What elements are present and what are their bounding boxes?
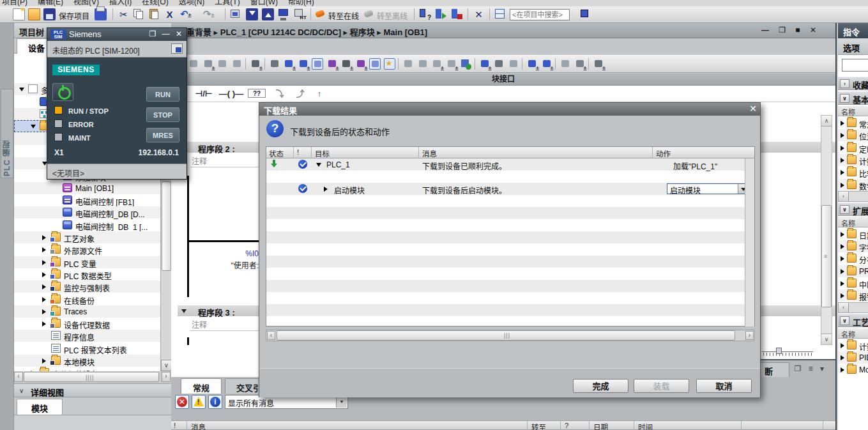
tree-item[interactable]: PLC 数据类型 — [14, 268, 160, 280]
copy-icon[interactable] — [133, 8, 145, 20]
msg-col-header[interactable]: 时间 — [638, 422, 653, 430]
editor-tool-icon[interactable] — [217, 58, 228, 70]
search-input[interactable] — [510, 9, 570, 20]
upload-from-device-icon[interactable] — [262, 8, 274, 20]
editor-tool-icon[interactable] — [508, 58, 519, 70]
instruction-item[interactable]: 中断 — [838, 277, 868, 289]
menu-选项(N)[interactable]: 选项(N) — [179, 0, 205, 6]
expand-arrow-icon[interactable] — [42, 235, 46, 240]
instruction-item[interactable]: 常规 — [838, 117, 868, 129]
msg-col-header[interactable]: ! — [174, 422, 176, 429]
menu-窗口(W)[interactable]: 窗口(W) — [250, 0, 278, 6]
plcsim-switch-icon[interactable] — [171, 43, 183, 54]
tree-item[interactable]: 在线备份 — [14, 293, 160, 305]
dialog-col-header[interactable]: 目标 — [315, 148, 330, 158]
editor-tool-icon[interactable] — [560, 58, 571, 70]
editor-tool-icon[interactable] — [402, 58, 414, 70]
editor-tool-icon[interactable]: ± — [340, 58, 352, 70]
tree-item[interactable]: 电磁阀控制_DB_1 [... — [14, 219, 160, 231]
action-dropdown[interactable]: 启动模块 — [667, 183, 749, 194]
info-filter-icon[interactable]: i — [208, 395, 222, 409]
editor-tool-icon[interactable]: ★ — [384, 58, 395, 70]
breadcrumb[interactable]: 重背景 ▸ PLC_1 [CPU 1214C DC/DC/DC] ▸ 程序块 ▸… — [171, 23, 835, 38]
dialog-row[interactable]: PLC_1下载到设备已顺利完成。加载"PLC_1" — [266, 158, 745, 171]
expand-arrow-icon[interactable] — [42, 247, 46, 252]
tree-hscrollbar[interactable]: ‹ |||| › — [14, 371, 171, 383]
expand-arrow-icon[interactable] — [42, 297, 46, 302]
instruction-item[interactable]: 计数器 — [838, 154, 868, 166]
network2-comment[interactable]: 注释 — [192, 155, 207, 166]
section-工艺[interactable]: ∨工艺 — [838, 314, 868, 327]
tree-item[interactable]: 电磁阀控制 [FB1] — [14, 194, 160, 206]
editor-tool-icon[interactable]: ± — [283, 58, 294, 70]
editor-tool-icon[interactable] — [312, 58, 323, 70]
instruction-item[interactable]: PROF — [838, 265, 868, 277]
open-branch-icon[interactable]: ⤵ — [272, 87, 287, 100]
plcsim-titlebar[interactable]: PLCSIM Siemens ❐ — ✕ — [47, 28, 187, 41]
msg-col-header[interactable]: 消息 — [191, 422, 206, 430]
row-expand-icon[interactable] — [324, 187, 328, 192]
editor-tool-icon[interactable]: ± — [298, 58, 309, 70]
panel-icons[interactable]: ❐ ≡ ▾ — [795, 364, 826, 373]
tree-item[interactable]: 本地模块 — [14, 355, 160, 367]
editor-tool-icon[interactable] — [369, 58, 381, 70]
stop-button[interactable]: STOP — [146, 107, 179, 122]
expand-arrow-icon[interactable] — [42, 260, 46, 265]
instruction-item[interactable]: Mo — [838, 364, 868, 376]
instruction-item[interactable]: 定时器 — [838, 142, 868, 154]
paste-icon[interactable] — [148, 8, 160, 20]
menu-在线(O)[interactable]: 在线(O) — [142, 0, 168, 6]
dialog-col-header[interactable]: 消息 — [422, 148, 437, 158]
download-to-device-icon[interactable] — [246, 8, 258, 20]
tree-item[interactable]: 监控与强制表 — [14, 280, 160, 293]
go-online-icon[interactable] — [314, 8, 326, 20]
editor-tool-icon[interactable]: ± — [250, 58, 261, 70]
editor-vscrollbar[interactable]: ∧≡∨ — [821, 115, 832, 345]
menu-编辑(E)[interactable]: 编辑(E) — [38, 0, 63, 6]
tree-item[interactable]: Traces — [14, 305, 160, 318]
section-hscrollbar[interactable]: ‹ — [838, 191, 868, 202]
editor-tool-icon[interactable]: ± — [593, 58, 604, 70]
expand-arrow-icon[interactable] — [42, 309, 46, 314]
instruction-item[interactable]: PID — [838, 351, 868, 364]
msg-col-header[interactable]: ? — [565, 422, 568, 429]
start-simulation-icon[interactable] — [278, 8, 290, 20]
undo-icon[interactable]: ↶± — [180, 8, 192, 20]
menu-帮助(H)[interactable]: 帮助(H) — [288, 0, 314, 6]
save-project-label[interactable]: 保存项目 — [59, 10, 89, 21]
start-cpu-icon[interactable] — [435, 8, 447, 20]
power-button[interactable] — [52, 83, 73, 101]
section-收藏[interactable]: ›收藏 — [838, 77, 868, 90]
block-interface-bar[interactable]: 块接口 — [171, 73, 835, 86]
dialog-row[interactable]: 启动模块下载到设备后启动模块。启动模块 — [266, 183, 745, 195]
instruction-item[interactable]: 数学 — [838, 179, 868, 191]
network3-comment[interactable]: 注释 — [192, 319, 207, 330]
row-expand-icon[interactable] — [316, 163, 321, 167]
coil-icon[interactable]: —( )— — [218, 87, 244, 100]
module-tab[interactable]: 模块 — [17, 399, 63, 415]
dialog-row[interactable] — [266, 280, 745, 292]
instruction-item[interactable]: 计数 — [838, 339, 868, 351]
editor-tool-icon[interactable] — [493, 58, 505, 70]
mres-button[interactable]: MRES — [146, 128, 179, 142]
dialog-row[interactable] — [266, 292, 745, 304]
editor-tool-icon[interactable]: ± — [431, 58, 443, 70]
dialog-table-hscrollbar[interactable]: ‹ ||| › — [266, 330, 755, 341]
dialog-col-header[interactable]: 状态 — [269, 148, 284, 158]
instructions-search[interactable] — [842, 59, 868, 72]
cross-references-icon[interactable]: ✕ — [473, 8, 485, 20]
expand-arrow-icon[interactable] — [42, 272, 46, 277]
dialog-col-header[interactable]: ! — [297, 148, 299, 156]
editor-tool-icon[interactable]: ± — [326, 58, 338, 70]
dialog-col-header[interactable]: 动作 — [656, 148, 671, 158]
collapse-arrow-icon[interactable] — [19, 88, 24, 91]
dialog-row[interactable] — [266, 219, 745, 231]
expand-arrow-icon[interactable] — [42, 284, 46, 289]
editor-tool-icon[interactable] — [460, 58, 471, 70]
tab-general[interactable]: 常规 — [181, 378, 222, 394]
editor-tool-icon[interactable]: ± — [479, 58, 491, 70]
diagnostics-tab[interactable]: 断 — [760, 362, 789, 378]
dialog-row[interactable] — [266, 304, 745, 316]
run-button[interactable]: RUN — [146, 87, 179, 102]
breadcrumb-text[interactable]: 重背景 ▸ PLC_1 [CPU 1214C DC/DC/DC] ▸ 程序块 ▸… — [187, 26, 427, 38]
